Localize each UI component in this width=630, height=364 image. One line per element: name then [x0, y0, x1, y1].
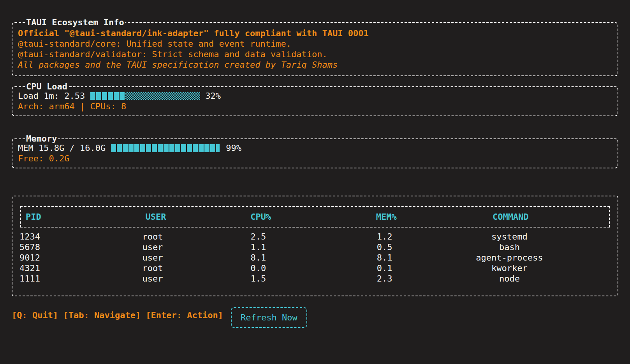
cell-user: root [107, 263, 198, 273]
cell-mem: 8.1 [319, 252, 450, 263]
ecosystem-info-title: TAUI Ecosystem Info [25, 17, 125, 28]
memory-row: MEM 15.8G / 16.0G 99% [18, 143, 612, 153]
table-row: 4321root0.00.1kworker [19, 263, 611, 273]
cpu-load-row: Load 1m: 2.53 32% [18, 91, 612, 101]
memory-title: Memory [25, 133, 58, 144]
column-header-command: COMMAND [450, 212, 567, 222]
process-table-panel: PIDUSERCPU%MEM%COMMAND 1234root2.51.2sys… [12, 196, 618, 296]
cell-pid: 1111 [19, 273, 107, 284]
column-header-cpu: CPU% [199, 212, 319, 222]
cell-command: kworker [451, 263, 568, 273]
ecosystem-info-panel: TAUI Ecosystem Info Official "@taui-stan… [12, 22, 618, 76]
ecosystem-info-line-3: @taui-standard/validator: Strict schema … [18, 49, 612, 60]
memory-progress-bar [111, 144, 221, 152]
keyboard-shortcuts: [Q: Quit] [Tab: Navigate] [Enter: Action… [12, 310, 223, 320]
cpu-progress-fill [90, 92, 125, 100]
memory-panel: Memory MEM 15.8G / 16.0G 99% Free: 0.2G [12, 138, 618, 168]
memory-free-info: Free: 0.2G [18, 153, 612, 164]
cell-mem: 0.5 [319, 242, 450, 252]
cell-mem: 1.2 [319, 231, 450, 242]
cell-cpu: 0.0 [198, 263, 319, 273]
column-header-mem: MEM% [319, 212, 449, 222]
ecosystem-info-line-1: Official "@taui-standard/ink-adapter" fu… [18, 28, 612, 38]
cell-pid: 9012 [19, 252, 107, 263]
column-header-pid: PID [21, 212, 108, 222]
memory-progress-remainder [220, 144, 221, 152]
cell-pid: 4321 [19, 263, 107, 273]
cell-cpu: 1.5 [198, 273, 319, 284]
cell-mem: 2.3 [319, 273, 450, 284]
cpu-load-panel: CPU Load Load 1m: 2.53 32% Arch: arm64 |… [12, 86, 618, 116]
cell-user: user [107, 273, 198, 284]
memory-label: MEM 15.8G / 16.0G [18, 143, 106, 153]
cpu-progress-bar [90, 92, 200, 100]
cell-pid: 5678 [19, 242, 107, 252]
ecosystem-info-line-2: @taui-standard/core: Unified state and e… [18, 38, 612, 49]
table-row: 9012user8.18.1agent-process [19, 252, 611, 263]
cell-user: root [107, 231, 198, 242]
cell-pid: 1234 [19, 231, 107, 242]
process-table-body: 1234root2.51.2systemd5678user1.10.5bash9… [19, 231, 611, 284]
cpu-load-title: CPU Load [25, 81, 69, 92]
memory-progress-fill [111, 144, 220, 152]
table-row: 5678user1.10.5bash [19, 242, 611, 252]
cell-cpu: 1.1 [198, 242, 319, 252]
cpu-progress-remainder [125, 92, 200, 100]
cpu-arch-info: Arch: arm64 | CPUs: 8 [18, 101, 612, 112]
memory-percent-label: 99% [226, 143, 241, 153]
cell-user: user [107, 242, 198, 252]
cpu-load-label: Load 1m: 2.53 [18, 91, 85, 101]
cell-cpu: 8.1 [198, 252, 319, 263]
cell-mem: 0.1 [319, 263, 450, 273]
process-table-header: PIDUSERCPU%MEM%COMMAND [20, 206, 610, 228]
cell-command: bash [451, 242, 568, 252]
column-header-user: USER [108, 212, 198, 222]
cell-command: agent-process [451, 252, 568, 263]
cell-command: systemd [451, 231, 568, 242]
taui-app: TAUI Ecosystem Info Official "@taui-stan… [0, 0, 630, 328]
cell-user: user [107, 252, 198, 263]
table-row: 1234root2.51.2systemd [19, 231, 611, 242]
refresh-now-button[interactable]: Refresh Now [231, 307, 307, 328]
ecosystem-info-credit: All packages and the TAUI specification … [18, 60, 612, 70]
footer: [Q: Quit] [Tab: Navigate] [Enter: Action… [12, 307, 618, 328]
cell-cpu: 2.5 [198, 231, 319, 242]
cpu-percent-label: 32% [205, 91, 221, 101]
cell-command: node [451, 273, 568, 284]
table-row: 1111user1.52.3node [19, 273, 611, 284]
